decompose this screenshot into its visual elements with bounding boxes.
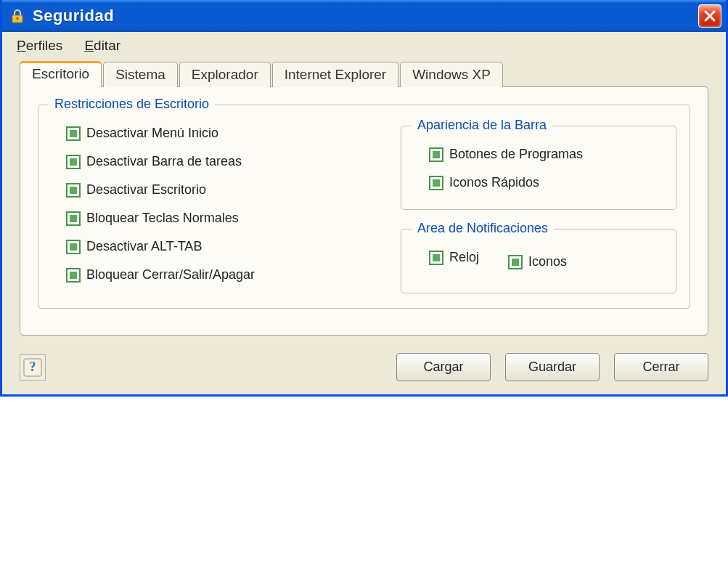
tab-sistema[interactable]: Sistema bbox=[103, 62, 178, 87]
check-label: Iconos bbox=[528, 254, 567, 269]
checkbox-icon bbox=[66, 240, 81, 254]
tabpanel-escritorio: Restricciones de Escritorio Desactivar M… bbox=[20, 86, 708, 336]
group-restricciones-legend: Restricciones de Escritorio bbox=[49, 97, 215, 112]
checkbox-icon bbox=[66, 155, 81, 169]
check-reloj[interactable]: Reloj bbox=[429, 250, 479, 265]
check-label: Desactivar Barra de tareas bbox=[86, 154, 242, 169]
titlebar: Seguridad bbox=[2, 0, 726, 32]
group-notificaciones-legend: Area de Notificaciones bbox=[412, 221, 554, 236]
group-restricciones: Restricciones de Escritorio Desactivar M… bbox=[38, 105, 690, 309]
check-label: Desactivar Menú Inicio bbox=[86, 126, 218, 141]
group-notificaciones: Area de Notificaciones Reloj Iconos bbox=[401, 229, 676, 293]
restrictions-list: Desactivar Menú Inicio Desactivar Barra … bbox=[52, 118, 379, 287]
check-iconos[interactable]: Iconos bbox=[508, 250, 567, 274]
svg-text:?: ? bbox=[30, 359, 36, 374]
check-bloquear-cerrar[interactable]: Bloquear Cerrar/Salir/Apagar bbox=[66, 267, 379, 283]
group-apariencia: Apariencia de la Barra Botones de Progra… bbox=[401, 126, 676, 210]
lock-icon bbox=[9, 8, 25, 24]
guardar-button[interactable]: Guardar bbox=[505, 353, 600, 381]
check-botones-programas[interactable]: Botones de Programas bbox=[429, 147, 663, 162]
check-iconos-rapidos[interactable]: Iconos Rápidos bbox=[429, 175, 663, 190]
checkbox-icon bbox=[66, 126, 81, 141]
menu-perfiles[interactable]: Perfiles bbox=[17, 38, 62, 54]
check-desactivar-escritorio[interactable]: Desactivar Escritorio bbox=[66, 182, 379, 198]
checkbox-icon bbox=[429, 176, 443, 190]
tab-escritorio[interactable]: Escritorio bbox=[20, 61, 102, 87]
tab-internet-explorer[interactable]: Internet Explorer bbox=[272, 62, 398, 87]
help-icon[interactable]: ? bbox=[20, 354, 46, 381]
cerrar-button[interactable]: Cerrar bbox=[614, 353, 708, 381]
menubar: Perfiles Editar bbox=[2, 32, 726, 61]
security-window: Seguridad Perfiles Editar Escritorio Sis… bbox=[0, 0, 728, 397]
check-label: Desactivar Escritorio bbox=[86, 182, 206, 198]
check-label: Iconos Rápidos bbox=[449, 175, 539, 190]
tab-windows-xp[interactable]: Windows XP bbox=[400, 62, 503, 87]
check-desactivar-barra-tareas[interactable]: Desactivar Barra de tareas bbox=[66, 154, 379, 169]
footer: ? Cargar Guardar Cerrar bbox=[2, 350, 726, 394]
tab-explorador[interactable]: Explorador bbox=[179, 62, 271, 87]
svg-rect-2 bbox=[17, 18, 18, 20]
checkbox-icon bbox=[429, 251, 443, 265]
close-window-button[interactable] bbox=[698, 4, 721, 28]
checkbox-icon bbox=[66, 268, 81, 283]
check-desactivar-menu-inicio[interactable]: Desactivar Menú Inicio bbox=[66, 126, 379, 141]
menu-editar[interactable]: Editar bbox=[84, 38, 120, 54]
check-label: Reloj bbox=[449, 250, 479, 265]
window-title: Seguridad bbox=[33, 7, 698, 25]
checkbox-icon bbox=[66, 183, 81, 198]
checkbox-icon bbox=[429, 147, 443, 162]
check-label: Botones de Programas bbox=[449, 147, 583, 162]
cargar-button[interactable]: Cargar bbox=[396, 353, 491, 381]
checkbox-icon bbox=[508, 255, 523, 269]
checkbox-icon bbox=[66, 211, 81, 226]
check-label: Bloquear Teclas Normales bbox=[86, 211, 239, 226]
group-apariencia-legend: Apariencia de la Barra bbox=[412, 118, 552, 133]
tabrow: Escritorio Sistema Explorador Internet E… bbox=[2, 61, 726, 86]
check-label: Desactivar ALT-TAB bbox=[86, 239, 202, 254]
check-bloquear-teclas[interactable]: Bloquear Teclas Normales bbox=[66, 211, 379, 226]
check-label: Bloquear Cerrar/Salir/Apagar bbox=[86, 267, 255, 283]
check-desactivar-alttab[interactable]: Desactivar ALT-TAB bbox=[66, 239, 379, 254]
